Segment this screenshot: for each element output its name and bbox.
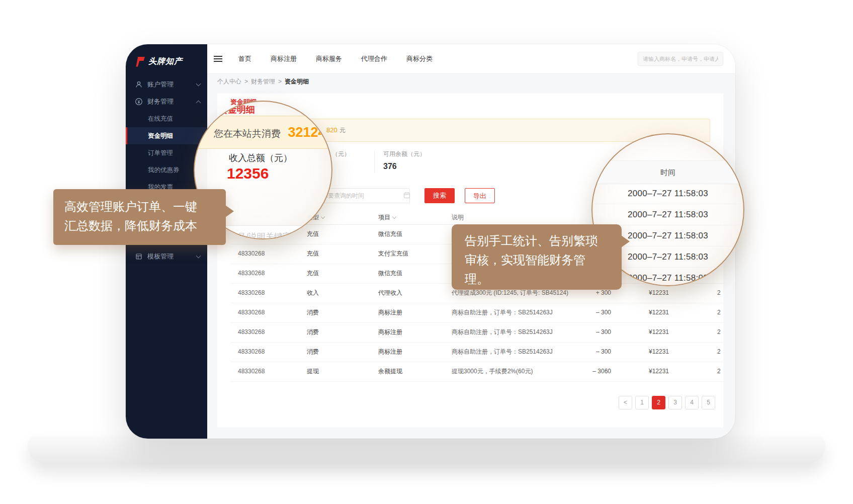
page: 头牌知产 账户管理 财务管理 (0, 0, 853, 504)
table-row: 48330268 消费 商标注册 商标自助注册，订单号：SB2514263J –… (230, 342, 723, 362)
top-search-input[interactable] (638, 52, 723, 66)
header-project[interactable]: 项目 (378, 210, 396, 224)
nav-trademark-service[interactable]: 商标服务 (316, 54, 342, 63)
banner-remnant: 820元 (326, 119, 346, 141)
breadcrumb-personal-center[interactable]: 个人中心 (217, 77, 241, 86)
cell-project: 代理收入 (378, 283, 402, 303)
pagination: < 1 2 3 4 5 (619, 396, 715, 409)
breadcrumb-separator: > (278, 78, 282, 85)
cell-type: 充值 (307, 224, 319, 244)
top-nav-links: 首页 商标注册 商标服务 代理合作 商标分类 (238, 54, 433, 63)
cell-time: 2 (717, 322, 721, 342)
sidebar-item-template[interactable]: 模板管理 (126, 248, 207, 265)
brand-name: 头牌知产 (148, 56, 183, 67)
cell-desc: 商标自助注册，订单号：SB2514263J (452, 303, 553, 322)
callout-right-line: 理。 (465, 270, 622, 289)
magnified-income-value: 12356 (227, 165, 269, 182)
stat-middle: （元） (332, 150, 350, 158)
sidebar-item-funds-detail[interactable]: 资金明细 (126, 127, 207, 144)
cell-time: 2 (717, 342, 721, 362)
brand-logo[interactable]: 头牌知产 (126, 44, 207, 76)
user-icon (135, 80, 143, 89)
cell-order: 48330268 (238, 244, 265, 264)
sidebar-item-finance[interactable]: 财务管理 (126, 93, 207, 110)
sort-chevron-icon (392, 215, 396, 219)
cell-balance: ¥12231 (634, 303, 669, 322)
pagination-page-1[interactable]: 1 (635, 396, 649, 409)
magnified-time-value: 2000–7–27 11:58:03 (592, 183, 743, 204)
callout-left-line: 高效管理账户订单、一键 (64, 197, 226, 216)
header-desc: 说明 (452, 210, 464, 224)
finance-icon (135, 98, 143, 106)
cell-type: 收入 (307, 283, 319, 303)
cell-project: 商标注册 (378, 322, 402, 342)
sidebar-item-account[interactable]: 账户管理 (126, 76, 207, 93)
cell-type: 消费 (307, 322, 319, 342)
pagination-page-2-active[interactable]: 2 (652, 396, 665, 409)
sidebar-item-label: 财务管理 (147, 97, 192, 106)
cell-type: 提现 (307, 362, 319, 381)
header-project-label: 项目 (378, 214, 390, 221)
export-button[interactable]: 导出 (465, 188, 495, 203)
cell-amount: – 300 (576, 303, 611, 322)
cell-order: 48330268 (238, 264, 265, 283)
sidebar-item-online-recharge[interactable]: 在线充值 (126, 110, 207, 127)
calendar-icon[interactable] (403, 192, 410, 199)
magnified-banner-prefix: 您在本站共消费 (214, 128, 281, 139)
cell-amount: – 3060 (576, 362, 611, 381)
callout-right-line: 审核，实现智能财务管 (465, 250, 622, 270)
cell-balance: ¥12231 (634, 283, 669, 303)
cell-type: 消费 (307, 303, 319, 322)
banner-rest-amount: 820 (326, 126, 337, 134)
cell-time: 2 (717, 283, 721, 303)
breadcrumb-finance[interactable]: 财务管理 (251, 77, 275, 86)
stats-divider (374, 151, 375, 173)
brand-logo-icon (135, 57, 145, 67)
stat-middle-label: （元） (332, 150, 350, 158)
pagination-prev[interactable]: < (619, 396, 632, 409)
cell-balance: ¥12231 (634, 342, 669, 362)
cell-balance: ¥12231 (634, 322, 669, 342)
cell-project: 微信充值 (378, 224, 402, 244)
laptop-base (28, 436, 825, 464)
pagination-page-4[interactable]: 4 (685, 396, 699, 409)
cell-time: 2 (717, 303, 721, 322)
breadcrumb-separator: > (244, 78, 248, 85)
table-row: 48330268 消费 商标注册 商标自助注册，订单号：SB2514263J –… (230, 322, 723, 343)
stat-balance-label: 可用余额（元） (383, 150, 425, 158)
sort-chevron-icon (321, 215, 325, 219)
callout-left-line: 汇总数据，降低财务成本 (64, 216, 226, 235)
sidebar-item-label: 模板管理 (147, 252, 192, 261)
hamburger-menu-icon[interactable] (214, 54, 222, 63)
chevron-down-icon (196, 254, 201, 259)
cell-order: 48330268 (238, 303, 265, 322)
cell-order: 48330268 (238, 362, 265, 381)
cell-desc: 商标自助注册，订单号：SB2514263J (452, 322, 553, 342)
cell-order: 48330268 (238, 322, 265, 342)
cell-balance: ¥12231 (634, 362, 669, 381)
nav-home[interactable]: 首页 (238, 54, 251, 63)
cell-project: 微信充值 (378, 264, 402, 283)
chevron-up-icon (196, 100, 201, 105)
nav-trademark-register[interactable]: 商标注册 (271, 54, 297, 63)
callout-left: 高效管理账户订单、一键 汇总数据，降低财务成本 (53, 189, 226, 245)
pagination-page-5[interactable]: 5 (702, 396, 715, 409)
cell-amount: – 300 (576, 342, 611, 362)
nav-agent-cooperation[interactable]: 代理合作 (361, 54, 387, 63)
nav-trademark-category[interactable]: 商标分类 (406, 54, 433, 63)
search-button[interactable]: 搜索 (424, 188, 455, 203)
magnified-time-header: 时间 (592, 160, 743, 184)
banner-unit: 元 (339, 127, 346, 134)
cell-project: 余额提现 (378, 362, 402, 381)
breadcrumb: 个人中心 > 财务管理 > 资金明细 (217, 73, 309, 90)
top-navbar: 首页 商标注册 商标服务 代理合作 商标分类 (207, 44, 735, 74)
pagination-page-3[interactable]: 3 (668, 396, 682, 409)
cell-order: 48330268 (238, 283, 265, 303)
cell-type: 充值 (307, 244, 319, 264)
magnified-banner: 您在本站共消费 32124 (195, 116, 331, 149)
breadcrumb-current: 资金明细 (285, 77, 309, 86)
cell-type: 消费 (307, 342, 319, 362)
cell-project: 支付宝充值 (378, 244, 408, 264)
sidebar-item-label: 账户管理 (147, 80, 192, 89)
table-row: 48330268 消费 商标注册 商标自助注册，订单号：SB2514263J –… (230, 303, 723, 323)
